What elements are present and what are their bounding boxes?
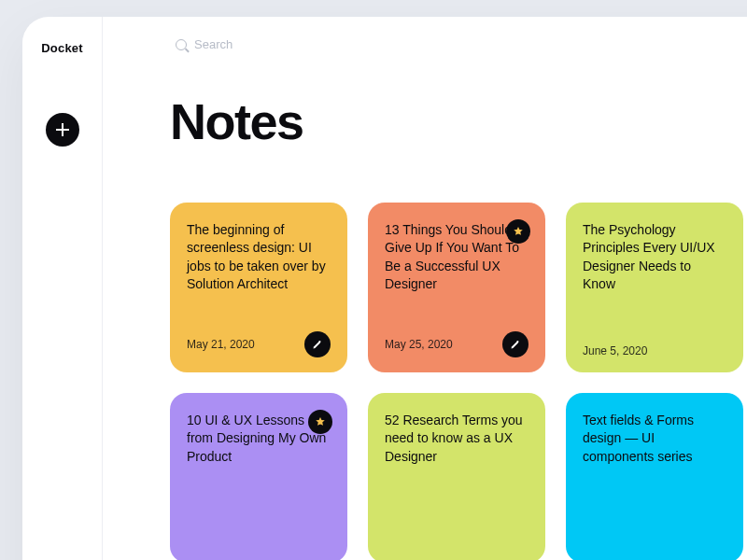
note-card[interactable]: 10 UI & UX Lessons from Designing My Own… [170, 393, 347, 560]
note-card[interactable]: The beginning of screenless design: UI j… [170, 203, 347, 372]
search-bar[interactable] [176, 37, 747, 51]
star-icon[interactable] [506, 219, 530, 244]
search-icon [176, 39, 187, 50]
note-title: The Psychology Principles Every UI/UX De… [583, 221, 726, 293]
note-title: 52 Research Terms you need to know as a … [385, 412, 529, 466]
note-title: The beginning of screenless design: UI j… [187, 221, 331, 293]
edit-note-button[interactable] [304, 331, 331, 357]
star-icon[interactable] [308, 410, 332, 434]
plus-icon [56, 123, 69, 136]
note-date: May 21, 2020 [187, 338, 255, 351]
note-footer: May 25, 2020 [385, 331, 529, 357]
notes-grid: The beginning of screenless design: UI j… [170, 203, 747, 560]
page-title: Notes [170, 92, 747, 150]
note-card[interactable]: Text fields & Forms design — UI componen… [566, 393, 743, 560]
main-content: Notes The beginning of screenless design… [103, 17, 747, 560]
sidebar: Docket [22, 17, 103, 560]
search-input[interactable] [194, 37, 381, 51]
edit-note-button[interactable] [502, 331, 529, 357]
app-window: Docket Notes The beginning of screenless… [22, 17, 747, 560]
note-date: June 5, 2020 [583, 344, 647, 357]
note-footer: May 21, 2020 [187, 331, 331, 357]
note-card[interactable]: 13 Things You Should Give Up If You Want… [368, 203, 545, 372]
note-date: May 25, 2020 [385, 338, 453, 351]
add-note-button[interactable] [46, 113, 79, 147]
note-footer: June 5, 2020 [583, 344, 726, 357]
note-card[interactable]: 52 Research Terms you need to know as a … [368, 393, 545, 560]
note-title: Text fields & Forms design — UI componen… [583, 412, 726, 466]
note-card[interactable]: The Psychology Principles Every UI/UX De… [566, 203, 743, 372]
brand-logo: Docket [41, 41, 83, 55]
